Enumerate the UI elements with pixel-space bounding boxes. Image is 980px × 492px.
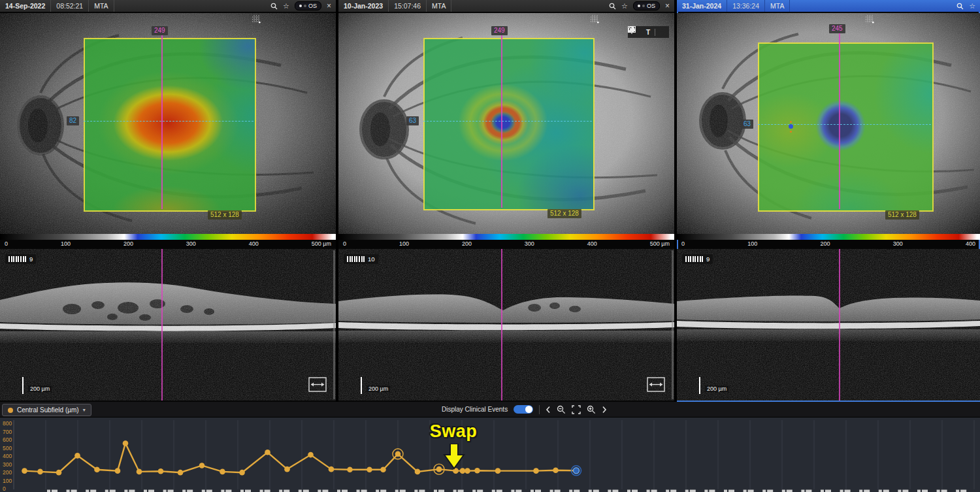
crosshair-vertical[interactable] (839, 33, 840, 209)
scan-pattern-badge: 512 x 128 (885, 210, 919, 220)
od-dot (638, 5, 640, 7)
clinical-events-toggle[interactable] (514, 405, 533, 414)
scale-tick: 400 (587, 240, 597, 248)
exam-tag: MTA (427, 0, 451, 12)
bscan-crosshair[interactable] (501, 249, 502, 401)
exam-date: 10-Jan-2023 (338, 0, 389, 12)
thickness-map-overlay[interactable] (84, 38, 256, 212)
slice-indicator: 9 (5, 254, 36, 264)
zoom-out-icon[interactable] (557, 405, 566, 414)
fit-view-icon[interactable] (572, 405, 581, 414)
display-clinical-events-label: Display Clinical Events (442, 406, 508, 413)
scale-tick: 500 µm (312, 240, 331, 248)
color-scale-labels: 0 100 200 300 400 500 µm (5, 240, 331, 248)
fundus-view-1[interactable]: 249 82 512 x 128 (0, 13, 336, 234)
scale-tick: 100 (399, 240, 409, 248)
bscan-view-1[interactable]: 9 200 µm (0, 249, 336, 401)
scale-tick: 200 (462, 240, 472, 248)
oct-review-workspace: 14-Sep-2022 08:52:21 MTA ☆ OS × (0, 0, 980, 492)
close-icon[interactable]: × (327, 3, 331, 9)
trend-chart[interactable]: 8007006005004003002001000 (0, 418, 980, 492)
scale-bar-label: 200 µm (705, 385, 728, 392)
aspect-ratio-icon[interactable] (308, 377, 328, 395)
fundus-view-2[interactable]: 249 63 512 x 128 T (338, 13, 674, 234)
slice-indicator: 9 (682, 254, 713, 264)
toggle-knob (525, 406, 532, 413)
color-scale-labels: 0 100 200 300 400 500 µm (343, 240, 670, 248)
trend-chart-panel: 8007006005004003002001000 (0, 417, 980, 492)
crosshair-horizontal[interactable] (758, 124, 931, 125)
scale-bar (361, 377, 362, 394)
metric-selector-dropdown[interactable]: Central Subfield (µm) ▾ (2, 404, 91, 416)
crosshair-horizontal[interactable] (423, 121, 592, 122)
thickness-color-scale (0, 234, 336, 240)
chevron-left-icon[interactable] (546, 406, 551, 414)
exam-header-1: 14-Sep-2022 08:52:21 MTA ☆ OS × (0, 0, 336, 12)
svg-text:600: 600 (3, 436, 12, 443)
os-dot (642, 5, 645, 7)
scale-tick: 100 (747, 240, 757, 248)
exam-tag: MTA (765, 0, 790, 12)
crosshair-horizontal[interactable] (84, 121, 253, 122)
star-icon[interactable]: ☆ (969, 3, 975, 9)
scale-bar-label: 200 µm (28, 385, 52, 392)
bscan-crosshair[interactable] (839, 249, 840, 401)
svg-text:0: 0 (3, 485, 6, 492)
color-scale-labels: 0 100 200 300 400 (681, 240, 975, 248)
thickness-map-overlay[interactable] (423, 38, 595, 210)
trend-controls: Display Clinical Events (442, 403, 607, 416)
thickness-map-overlay[interactable] (758, 42, 934, 212)
slice-number: 9 (29, 255, 33, 263)
controls-divider (539, 405, 540, 414)
scale-tick: 200 (123, 240, 133, 248)
text-tool-icon[interactable]: T (646, 29, 650, 36)
bscan-crosshair[interactable] (161, 249, 163, 401)
scale-tick: 300 (893, 240, 903, 248)
crosshair-vertical[interactable] (501, 35, 502, 208)
os-dot (304, 5, 306, 7)
crosshair-vertical[interactable] (161, 35, 163, 209)
scale-tick: 400 (966, 240, 975, 248)
laterality-label: OS (308, 3, 317, 9)
star-icon[interactable]: ☆ (621, 3, 628, 9)
scale-tick: 100 (61, 240, 71, 248)
exam-time: 08:52:21 (51, 0, 89, 12)
zoom-in-icon[interactable] (587, 405, 596, 414)
bscan-index-badge: 82 (67, 116, 79, 125)
scan-pattern-badge: 512 x 128 (208, 210, 242, 220)
thickness-color-scale (677, 234, 980, 240)
exam-header-3: 31-Jan-2024 13:36:24 MTA ☆ (677, 0, 980, 12)
thickness-value-badge: 245 (829, 24, 845, 33)
bscan-image (338, 249, 674, 401)
od-dot (299, 5, 302, 7)
search-icon[interactable] (609, 3, 616, 10)
scale-tick: 300 (186, 240, 196, 248)
chevron-right-icon[interactable] (602, 406, 607, 414)
annotation-toolbar: T (628, 26, 669, 38)
svg-text:100: 100 (3, 478, 12, 484)
exam-panel-2: 10-Jan-2023 15:07:46 MTA ☆ OS × (338, 0, 674, 402)
bscan-image (0, 249, 336, 401)
scale-bar-label: 200 µm (367, 385, 390, 392)
star-icon[interactable]: ☆ (283, 3, 289, 9)
fundus-view-3[interactable]: 245 63 512 x 128 (677, 13, 980, 234)
laterality-toggle[interactable]: OS (295, 1, 321, 10)
thickness-value-badge: 249 (152, 26, 168, 35)
laterality-toggle[interactable]: OS (633, 1, 660, 10)
bscan-scrollbar[interactable] (672, 250, 674, 399)
scale-tick: 200 (820, 240, 830, 248)
exam-date: 14-Sep-2022 (0, 0, 51, 12)
slice-stack-icon (685, 256, 703, 262)
exam-date: 31-Jan-2024 (677, 0, 727, 12)
bscan-scrollbar[interactable] (333, 250, 335, 399)
svg-text:700: 700 (3, 429, 12, 435)
scale-tick: 500 µm (650, 240, 670, 248)
close-icon[interactable]: × (665, 3, 670, 9)
bscan-view-3[interactable]: 9 200 µm (677, 249, 980, 401)
search-icon[interactable] (956, 3, 964, 10)
svg-text:400: 400 (3, 453, 12, 459)
aspect-ratio-icon[interactable] (647, 377, 666, 395)
exam-time: 15:07:46 (389, 0, 427, 12)
search-icon[interactable] (270, 3, 278, 10)
bscan-view-2[interactable]: 10 200 µm (338, 249, 674, 401)
